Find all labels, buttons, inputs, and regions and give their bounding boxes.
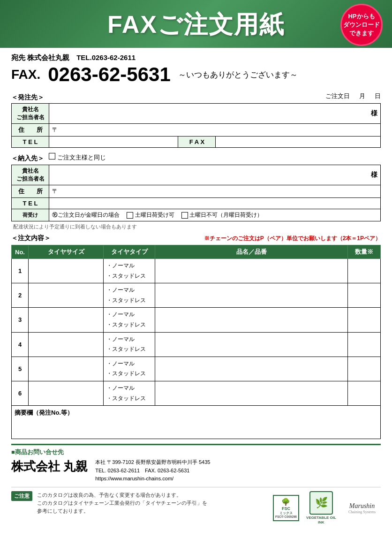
company-name-input[interactable]: 様 (49, 104, 381, 124)
row-no: 4 (12, 332, 29, 357)
veg-oil-icon: 🌿 (309, 491, 333, 515)
month-label: 月 (359, 92, 365, 100)
row-qty[interactable] (348, 332, 381, 357)
same-checkbox-box[interactable] (49, 153, 55, 159)
delivery-address-input[interactable]: 〒 (49, 185, 381, 198)
row-no: 5 (12, 357, 29, 381)
tel-input[interactable] (49, 137, 178, 148)
order-note-red: ※チェーンのご注文はP（ペア）単位でお願いします（2本＝1Pペア） (204, 235, 381, 243)
delivery-sama-label: 様 (371, 171, 377, 179)
table-row: 2 ・ノーマル ・スタッドレス (12, 283, 381, 308)
col-name: 品名／品番 (155, 245, 348, 259)
delivery-note: 配達状況により予定通りに到着しない場合もあります (11, 222, 381, 231)
row-no: 2 (12, 283, 29, 308)
col-qty: 数量※ (348, 245, 381, 259)
order-table-header: No. タイヤサイズ タイヤタイプ 品名／品番 数量※ (12, 245, 381, 259)
notice-box: ご注意 (11, 491, 32, 501)
table-row: 住 所 〒 (12, 185, 381, 198)
same-as-label: ご注文主様と同じ (57, 154, 106, 161)
tel-label: T E L (12, 137, 49, 148)
row-name[interactable] (155, 259, 348, 283)
row-size[interactable] (29, 259, 104, 283)
address-line: 宛先 株式会社丸親 TEL.0263-62-2611 (11, 53, 381, 62)
table-row: 3 ・ノーマル ・スタッドレス (12, 308, 381, 332)
order-content-header: ＜注文内容＞ ※チェーンのご注文はP（ペア）単位でお願いします（2本＝1Pペア） (11, 234, 381, 243)
saturday-ng-option[interactable]: 土曜日不可（月曜日荷受け） (181, 212, 263, 218)
row-name[interactable] (155, 308, 348, 332)
saturday-ok-checkbox[interactable] (127, 212, 133, 219)
row-name[interactable] (155, 332, 348, 357)
page-title: FAXご注文用紙 (5, 8, 387, 41)
company-logo: 株式会社 丸親 (11, 458, 88, 475)
day-label: 日 (375, 92, 381, 100)
receipt-info: ⑯ご注文日が金曜日の場合 (52, 212, 125, 218)
delivery-address-label: 住 所 (12, 185, 49, 198)
company-name-label: 貴社名 ご担当者名 (12, 104, 49, 124)
brand-logo: Marushin Chaining Systems (343, 502, 381, 514)
page: FAXご注文用紙 HPからもダウンロードできます 宛先 株式会社丸親 TEL.0… (0, 0, 392, 554)
thanks-text: ～いつもありがとうございます～ (178, 69, 298, 80)
delivery-to-table: 貴社名 ご担当者名 様 住 所 〒 T E L 荷受け ⑯ご注文日が金曜日の場合 (11, 165, 381, 221)
row-size[interactable] (29, 308, 104, 332)
table-row: 貴社名 ご担当者名 様 (12, 165, 381, 185)
order-from-table: 貴社名 ご担当者名 様 住 所 〒 T E L F A X (11, 103, 381, 148)
veg-oil-text: VEGETABLE OIL INK (305, 516, 338, 525)
row-name[interactable] (155, 381, 348, 405)
fax-prefix: FAX. (11, 67, 40, 82)
header-section: FAXご注文用紙 HPからもダウンロードできます (0, 0, 392, 48)
delivery-receipt-label: 荷受け (12, 209, 49, 221)
address-label: 住 所 (12, 124, 49, 137)
row-type: ・ノーマル ・スタッドレス (104, 381, 155, 405)
delivery-tel-label: T E L (12, 198, 49, 209)
delivery-to-title: ＜納入先＞ (11, 154, 44, 163)
row-qty[interactable] (348, 381, 381, 405)
row-type: ・ノーマル ・スタッドレス (104, 259, 155, 283)
company-details: 本社 〒399-7102 長野県安曇野市明科中川手 5435 TEL. 0263… (95, 458, 210, 483)
fax-input[interactable] (216, 137, 381, 148)
row-qty[interactable] (348, 283, 381, 308)
head-office: 本社 〒399-7102 長野県安曇野市明科中川手 5435 (95, 458, 210, 467)
row-no: 6 (12, 381, 29, 405)
row-size[interactable] (29, 332, 104, 357)
row-type: ・ノーマル ・スタッドレス (104, 357, 155, 381)
row-qty[interactable] (348, 357, 381, 381)
delivery-receipt-options: ⑯ご注文日が金曜日の場合 土曜日荷受け可 土曜日不可（月曜日荷受け） (49, 209, 381, 221)
delivery-company-label: 貴社名 ご担当者名 (12, 165, 49, 185)
address-input[interactable]: 〒 (49, 124, 381, 137)
table-row: T E L F A X (12, 137, 381, 148)
website: https://www.marushin-chains.com/ (95, 475, 210, 483)
fax-line: FAX. 0263-62-5631 ～いつもありがとうございます～ (11, 63, 381, 86)
row-no: 3 (12, 308, 29, 332)
row-qty[interactable] (348, 259, 381, 283)
table-row: T E L (12, 198, 381, 209)
row-size[interactable] (29, 381, 104, 405)
notice-text: このカタログは改良の為、予告なく変更する場合があります。 このカタログはタイヤチ… (37, 491, 268, 515)
vegetable-oil-badge: 🌿 VEGETABLE OIL INK (305, 491, 338, 525)
row-size[interactable] (29, 357, 104, 381)
saturday-ng-checkbox[interactable] (181, 212, 188, 219)
delivery-tel-input[interactable] (49, 198, 381, 209)
memo-row: 摘要欄（発注No.等） (12, 406, 381, 439)
same-as-checkbox[interactable]: ご注文主様と同じ (49, 153, 106, 162)
row-qty[interactable] (348, 308, 381, 332)
order-from-header: ＜発注先＞ ご注文日 月 日 (11, 90, 381, 103)
delivery-company-input[interactable]: 様 (49, 165, 381, 185)
row-name[interactable] (155, 357, 348, 381)
row-size[interactable] (29, 283, 104, 308)
contact-label: ■商品お問い合せ先 (11, 448, 381, 456)
col-no: No. (12, 245, 29, 259)
tel-fax-line: TEL. 0263-62-2611 FAX. 0263-62-5631 (95, 467, 210, 475)
row-no: 1 (12, 259, 29, 283)
memo-cell[interactable]: 摘要欄（発注No.等） (12, 406, 381, 439)
col-tire-size: タイヤサイズ (29, 245, 104, 259)
row-type: ・ノーマル ・スタッドレス (104, 332, 155, 357)
row-name[interactable] (155, 283, 348, 308)
order-date: ご注文日 月 日 (325, 92, 381, 100)
row-type: ・ノーマル ・スタッドレス (104, 308, 155, 332)
eco-badges: 🌳 FSC ミックス FSC® C009296 🌿 VEGETABLE OIL … (273, 491, 381, 525)
saturday-ok-option[interactable]: 土曜日荷受け可 (127, 212, 181, 218)
table-row: 6 ・ノーマル ・スタッドレス (12, 381, 381, 405)
table-row: 5 ・ノーマル ・スタッドレス (12, 357, 381, 381)
table-row: 荷受け ⑯ご注文日が金曜日の場合 土曜日荷受け可 土曜日不可（月曜日荷受け） (12, 209, 381, 221)
fsc-logo: 🌳 FSC ミックス FSC® C009296 (273, 495, 299, 521)
